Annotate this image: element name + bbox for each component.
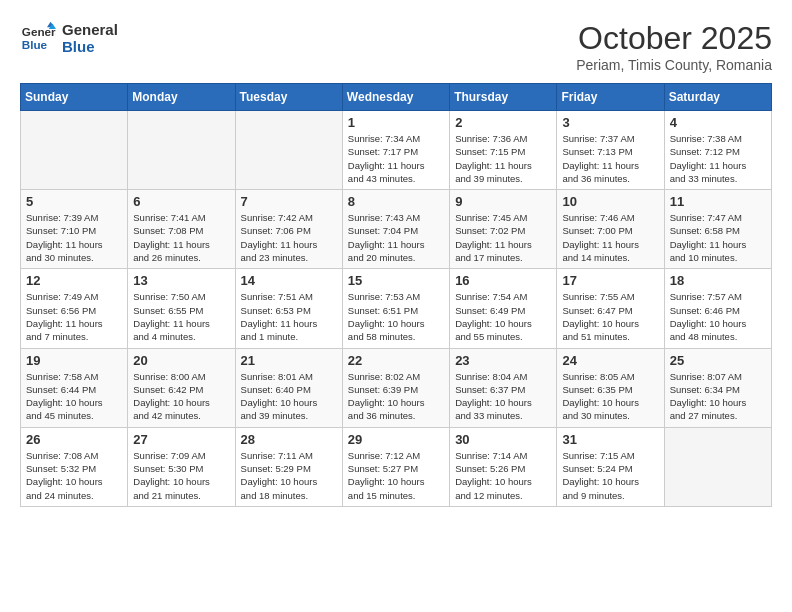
day-info: Sunrise: 7:37 AM Sunset: 7:13 PM Dayligh… — [562, 132, 658, 185]
day-number: 21 — [241, 353, 337, 368]
day-number: 25 — [670, 353, 766, 368]
day-number: 1 — [348, 115, 444, 130]
day-info: Sunrise: 8:02 AM Sunset: 6:39 PM Dayligh… — [348, 370, 444, 423]
logo-wordmark: General Blue — [62, 21, 118, 55]
day-number: 4 — [670, 115, 766, 130]
day-info: Sunrise: 7:42 AM Sunset: 7:06 PM Dayligh… — [241, 211, 337, 264]
day-info: Sunrise: 7:53 AM Sunset: 6:51 PM Dayligh… — [348, 290, 444, 343]
calendar-week-1: 1Sunrise: 7:34 AM Sunset: 7:17 PM Daylig… — [21, 111, 772, 190]
calendar-cell: 23Sunrise: 8:04 AM Sunset: 6:37 PM Dayli… — [450, 348, 557, 427]
logo-text-general: General — [62, 21, 118, 38]
day-info: Sunrise: 7:41 AM Sunset: 7:08 PM Dayligh… — [133, 211, 229, 264]
day-number: 10 — [562, 194, 658, 209]
day-number: 19 — [26, 353, 122, 368]
calendar-cell: 17Sunrise: 7:55 AM Sunset: 6:47 PM Dayli… — [557, 269, 664, 348]
weekday-header-friday: Friday — [557, 84, 664, 111]
day-number: 12 — [26, 273, 122, 288]
day-info: Sunrise: 7:09 AM Sunset: 5:30 PM Dayligh… — [133, 449, 229, 502]
calendar-cell: 20Sunrise: 8:00 AM Sunset: 6:42 PM Dayli… — [128, 348, 235, 427]
calendar-week-3: 12Sunrise: 7:49 AM Sunset: 6:56 PM Dayli… — [21, 269, 772, 348]
calendar-cell: 8Sunrise: 7:43 AM Sunset: 7:04 PM Daylig… — [342, 190, 449, 269]
calendar-cell: 30Sunrise: 7:14 AM Sunset: 5:26 PM Dayli… — [450, 427, 557, 506]
day-info: Sunrise: 7:38 AM Sunset: 7:12 PM Dayligh… — [670, 132, 766, 185]
day-info: Sunrise: 7:58 AM Sunset: 6:44 PM Dayligh… — [26, 370, 122, 423]
calendar-cell: 18Sunrise: 7:57 AM Sunset: 6:46 PM Dayli… — [664, 269, 771, 348]
day-info: Sunrise: 7:15 AM Sunset: 5:24 PM Dayligh… — [562, 449, 658, 502]
day-info: Sunrise: 8:00 AM Sunset: 6:42 PM Dayligh… — [133, 370, 229, 423]
day-info: Sunrise: 7:43 AM Sunset: 7:04 PM Dayligh… — [348, 211, 444, 264]
calendar-cell: 4Sunrise: 7:38 AM Sunset: 7:12 PM Daylig… — [664, 111, 771, 190]
day-info: Sunrise: 8:01 AM Sunset: 6:40 PM Dayligh… — [241, 370, 337, 423]
calendar-cell: 1Sunrise: 7:34 AM Sunset: 7:17 PM Daylig… — [342, 111, 449, 190]
calendar-cell: 6Sunrise: 7:41 AM Sunset: 7:08 PM Daylig… — [128, 190, 235, 269]
calendar-cell: 10Sunrise: 7:46 AM Sunset: 7:00 PM Dayli… — [557, 190, 664, 269]
day-info: Sunrise: 8:04 AM Sunset: 6:37 PM Dayligh… — [455, 370, 551, 423]
calendar-cell — [128, 111, 235, 190]
svg-text:Blue: Blue — [22, 38, 48, 51]
day-info: Sunrise: 7:51 AM Sunset: 6:53 PM Dayligh… — [241, 290, 337, 343]
calendar-week-5: 26Sunrise: 7:08 AM Sunset: 5:32 PM Dayli… — [21, 427, 772, 506]
day-info: Sunrise: 7:49 AM Sunset: 6:56 PM Dayligh… — [26, 290, 122, 343]
day-info: Sunrise: 8:07 AM Sunset: 6:34 PM Dayligh… — [670, 370, 766, 423]
day-number: 2 — [455, 115, 551, 130]
day-number: 18 — [670, 273, 766, 288]
day-number: 6 — [133, 194, 229, 209]
day-number: 16 — [455, 273, 551, 288]
calendar-cell: 12Sunrise: 7:49 AM Sunset: 6:56 PM Dayli… — [21, 269, 128, 348]
day-info: Sunrise: 7:50 AM Sunset: 6:55 PM Dayligh… — [133, 290, 229, 343]
calendar-cell: 28Sunrise: 7:11 AM Sunset: 5:29 PM Dayli… — [235, 427, 342, 506]
calendar-cell: 27Sunrise: 7:09 AM Sunset: 5:30 PM Dayli… — [128, 427, 235, 506]
day-info: Sunrise: 8:05 AM Sunset: 6:35 PM Dayligh… — [562, 370, 658, 423]
weekday-header-tuesday: Tuesday — [235, 84, 342, 111]
weekday-header-monday: Monday — [128, 84, 235, 111]
day-number: 26 — [26, 432, 122, 447]
logo-text-blue: Blue — [62, 38, 118, 55]
calendar-cell: 31Sunrise: 7:15 AM Sunset: 5:24 PM Dayli… — [557, 427, 664, 506]
calendar-cell: 25Sunrise: 8:07 AM Sunset: 6:34 PM Dayli… — [664, 348, 771, 427]
weekday-header-row: SundayMondayTuesdayWednesdayThursdayFrid… — [21, 84, 772, 111]
calendar-cell: 14Sunrise: 7:51 AM Sunset: 6:53 PM Dayli… — [235, 269, 342, 348]
page-header: General Blue General Blue October 2025 P… — [20, 20, 772, 73]
day-number: 9 — [455, 194, 551, 209]
day-number: 17 — [562, 273, 658, 288]
day-info: Sunrise: 7:46 AM Sunset: 7:00 PM Dayligh… — [562, 211, 658, 264]
day-number: 8 — [348, 194, 444, 209]
day-info: Sunrise: 7:08 AM Sunset: 5:32 PM Dayligh… — [26, 449, 122, 502]
calendar-cell: 19Sunrise: 7:58 AM Sunset: 6:44 PM Dayli… — [21, 348, 128, 427]
calendar-cell: 13Sunrise: 7:50 AM Sunset: 6:55 PM Dayli… — [128, 269, 235, 348]
calendar-cell: 24Sunrise: 8:05 AM Sunset: 6:35 PM Dayli… — [557, 348, 664, 427]
calendar-week-4: 19Sunrise: 7:58 AM Sunset: 6:44 PM Dayli… — [21, 348, 772, 427]
logo-icon: General Blue — [20, 20, 56, 56]
day-number: 22 — [348, 353, 444, 368]
day-info: Sunrise: 7:34 AM Sunset: 7:17 PM Dayligh… — [348, 132, 444, 185]
calendar-cell — [664, 427, 771, 506]
day-info: Sunrise: 7:47 AM Sunset: 6:58 PM Dayligh… — [670, 211, 766, 264]
day-number: 31 — [562, 432, 658, 447]
day-info: Sunrise: 7:11 AM Sunset: 5:29 PM Dayligh… — [241, 449, 337, 502]
day-number: 30 — [455, 432, 551, 447]
day-number: 11 — [670, 194, 766, 209]
day-info: Sunrise: 7:36 AM Sunset: 7:15 PM Dayligh… — [455, 132, 551, 185]
calendar-cell: 15Sunrise: 7:53 AM Sunset: 6:51 PM Dayli… — [342, 269, 449, 348]
calendar-cell: 2Sunrise: 7:36 AM Sunset: 7:15 PM Daylig… — [450, 111, 557, 190]
calendar-week-2: 5Sunrise: 7:39 AM Sunset: 7:10 PM Daylig… — [21, 190, 772, 269]
calendar-cell — [21, 111, 128, 190]
day-number: 24 — [562, 353, 658, 368]
calendar-cell: 16Sunrise: 7:54 AM Sunset: 6:49 PM Dayli… — [450, 269, 557, 348]
weekday-header-wednesday: Wednesday — [342, 84, 449, 111]
day-number: 13 — [133, 273, 229, 288]
day-info: Sunrise: 7:12 AM Sunset: 5:27 PM Dayligh… — [348, 449, 444, 502]
title-section: October 2025 Periam, Timis County, Roman… — [576, 20, 772, 73]
calendar-cell — [235, 111, 342, 190]
day-info: Sunrise: 7:57 AM Sunset: 6:46 PM Dayligh… — [670, 290, 766, 343]
calendar-cell: 9Sunrise: 7:45 AM Sunset: 7:02 PM Daylig… — [450, 190, 557, 269]
location-subtitle: Periam, Timis County, Romania — [576, 57, 772, 73]
day-info: Sunrise: 7:39 AM Sunset: 7:10 PM Dayligh… — [26, 211, 122, 264]
day-number: 3 — [562, 115, 658, 130]
calendar-cell: 3Sunrise: 7:37 AM Sunset: 7:13 PM Daylig… — [557, 111, 664, 190]
day-number: 7 — [241, 194, 337, 209]
day-number: 20 — [133, 353, 229, 368]
logo: General Blue General Blue — [20, 20, 118, 56]
weekday-header-saturday: Saturday — [664, 84, 771, 111]
day-number: 14 — [241, 273, 337, 288]
